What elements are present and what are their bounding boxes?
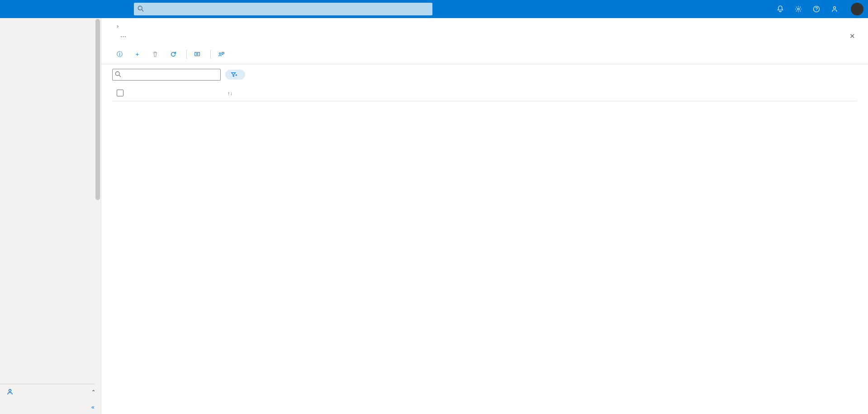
sidebar-scrollbar[interactable]: [95, 18, 101, 414]
column-name[interactable]: ↑↓: [128, 90, 236, 96]
global-search-input[interactable]: [134, 3, 432, 15]
support-icon: [5, 388, 14, 395]
select-all-checkbox[interactable]: [117, 90, 123, 96]
svg-point-9: [115, 71, 119, 76]
sidebar-learn-support[interactable]: ⌃: [0, 384, 101, 400]
svg-point-2: [797, 8, 799, 10]
notifications-icon[interactable]: [771, 0, 789, 18]
divider: [186, 50, 187, 59]
add-button[interactable]: ＋: [130, 48, 147, 61]
chevron-right-icon: ›: [117, 23, 119, 29]
svg-point-4: [834, 7, 836, 9]
svg-point-0: [138, 6, 142, 10]
search-icon: [115, 71, 121, 77]
top-bar: [0, 0, 868, 18]
feedback-button[interactable]: [213, 48, 232, 60]
learn-more-button[interactable]: ⓘ: [112, 48, 130, 61]
close-icon[interactable]: ✕: [849, 32, 855, 40]
sort-icon: ↑↓: [228, 90, 232, 96]
data-grid: ↑↓: [101, 85, 868, 414]
delete-button: [147, 48, 166, 60]
plus-icon: ＋: [134, 50, 140, 58]
svg-rect-6: [195, 52, 200, 56]
refresh-button[interactable]: [166, 48, 184, 60]
svg-line-1: [142, 10, 143, 11]
filter-icon: [231, 71, 237, 78]
add-filters-button[interactable]: [225, 70, 245, 80]
sidebar: ⌃ «: [0, 18, 101, 414]
command-bar: ⓘ ＋: [101, 45, 868, 64]
top-icons: [771, 0, 868, 18]
svg-line-10: [119, 75, 121, 77]
preview-icon: [194, 51, 200, 57]
feedback-icon[interactable]: [825, 0, 844, 18]
collapse-sidebar-button[interactable]: «: [0, 400, 101, 414]
person-feedback-icon: [218, 51, 224, 57]
preview-features-button[interactable]: [190, 48, 208, 60]
svg-point-7: [196, 53, 198, 55]
filter-search-input[interactable]: [112, 69, 221, 81]
filter-search-wrap: [112, 69, 221, 81]
more-actions-icon[interactable]: ⋯: [120, 33, 126, 40]
trash-icon: [152, 51, 158, 57]
grid-header: ↑↓: [112, 85, 857, 101]
refresh-icon: [170, 51, 176, 57]
settings-icon[interactable]: [789, 0, 807, 18]
info-icon: ⓘ: [117, 50, 123, 58]
help-icon[interactable]: [807, 0, 825, 18]
main-content: › ⋯ ✕ ⓘ ＋ ↑↓: [101, 18, 868, 414]
divider: [210, 50, 211, 59]
search-icon: [138, 5, 144, 12]
avatar[interactable]: [851, 3, 863, 15]
global-search-wrap: [134, 3, 432, 15]
svg-point-5: [9, 390, 11, 392]
breadcrumb: ›: [101, 18, 868, 32]
svg-point-8: [219, 53, 221, 55]
